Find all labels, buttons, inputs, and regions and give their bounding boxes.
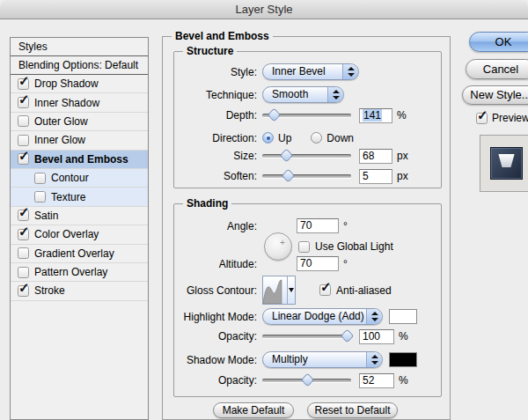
- checkbox-contour[interactable]: [34, 173, 46, 184]
- highlight-opacity-unit: %: [399, 330, 408, 343]
- sidebar-item-label: Stroke: [34, 284, 65, 297]
- sidebar-item-blending-options[interactable]: Blending Options: Default: [11, 56, 148, 75]
- style-preview-thumbnail: [490, 147, 523, 180]
- highlight-mode-label: Highlight Mode:: [175, 311, 257, 323]
- checkbox-outer-glow[interactable]: [18, 115, 29, 127]
- technique-label: Technique:: [175, 89, 257, 101]
- sidebar-item-inner-shadow[interactable]: Inner Shadow: [11, 93, 148, 112]
- depth-field[interactable]: 141: [359, 108, 392, 123]
- shadow-opacity-knob[interactable]: [300, 373, 314, 387]
- soften-row: Soften: 5 px: [175, 168, 440, 184]
- use-global-light-label: Use Global Light: [315, 240, 393, 253]
- style-dropdown[interactable]: Inner Bevel: [262, 63, 359, 80]
- use-global-light-checkbox[interactable]: [298, 241, 310, 253]
- checkbox-satin[interactable]: [18, 210, 29, 221]
- depth-slider-knob[interactable]: [268, 108, 282, 122]
- anti-aliased-checkbox[interactable]: [319, 284, 331, 296]
- preview-checkbox[interactable]: [476, 113, 488, 124]
- depth-slider[interactable]: [262, 109, 351, 122]
- altitude-field[interactable]: 70: [297, 256, 339, 271]
- sidebar-item-bevel-and-emboss[interactable]: Bevel and Emboss: [11, 151, 148, 169]
- highlight-opacity-knob[interactable]: [341, 329, 355, 343]
- shadow-mode-dropdown[interactable]: Multiply: [262, 351, 383, 368]
- checkbox-bevel-and-emboss[interactable]: [18, 153, 29, 165]
- sidebar-item-color-overlay[interactable]: Color Overlay: [11, 225, 148, 244]
- angle-unit: °: [343, 220, 348, 232]
- size-value: 68: [363, 150, 374, 162]
- angle-label: Angle:: [175, 220, 257, 232]
- gloss-contour-row: Gloss Contour: Anti-aliased: [175, 276, 440, 305]
- angle-field[interactable]: 70: [297, 218, 339, 233]
- shadow-mode-value: Multiply: [272, 353, 308, 365]
- sidebar-item-label: Texture: [51, 191, 85, 203]
- sidebar-item-outer-glow[interactable]: Outer Glow: [11, 113, 148, 131]
- highlight-opacity-slider[interactable]: [262, 330, 351, 343]
- checkbox-gradient-overlay[interactable]: [18, 247, 29, 259]
- style-row: Style: Inner Bevel: [175, 63, 440, 80]
- soften-slider[interactable]: [262, 170, 351, 182]
- sidebar-item-gradient-overlay[interactable]: Gradient Overlay: [11, 245, 148, 263]
- new-style-button[interactable]: New Style...: [462, 85, 528, 105]
- technique-dropdown[interactable]: Smooth: [262, 86, 344, 103]
- highlight-mode-dropdown[interactable]: Linear Dodge (Add): [262, 308, 383, 325]
- shadow-opacity-field[interactable]: 52: [359, 373, 394, 388]
- slider-track: [262, 174, 351, 178]
- cancel-button[interactable]: Cancel: [466, 59, 528, 79]
- depth-label: Depth:: [175, 109, 257, 122]
- highlight-color-swatch[interactable]: [389, 309, 417, 324]
- dropdown-arrows-icon: [342, 64, 358, 79]
- size-slider-knob[interactable]: [280, 149, 294, 163]
- dropdown-arrows-icon: [327, 87, 343, 102]
- checkbox-stroke[interactable]: [18, 285, 29, 297]
- technique-value: Smooth: [272, 88, 308, 100]
- direction-label: Direction:: [175, 132, 257, 144]
- gloss-contour-picker[interactable]: [262, 276, 296, 305]
- soften-field[interactable]: 5: [359, 169, 392, 184]
- ok-button[interactable]: OK: [469, 32, 528, 52]
- sidebar-item-inner-glow[interactable]: Inner Glow: [11, 131, 148, 150]
- checkbox-texture[interactable]: [34, 191, 46, 203]
- direction-up-radio[interactable]: [262, 132, 274, 144]
- checkbox-inner-shadow[interactable]: [18, 97, 29, 108]
- shadow-opacity-label: Opacity:: [175, 374, 257, 387]
- checkbox-inner-glow[interactable]: [18, 135, 29, 146]
- shadow-opacity-slider[interactable]: [262, 374, 351, 387]
- make-default-button[interactable]: Make Default: [213, 402, 294, 418]
- sidebar-item-satin[interactable]: Satin: [11, 207, 148, 225]
- window-title: Layer Style: [235, 3, 292, 16]
- contour-curve-icon: [263, 276, 288, 304]
- shadow-opacity-unit: %: [399, 374, 408, 387]
- layer-style-dialog: Layer Style Styles Blending Options: Def…: [0, 0, 528, 420]
- title-bar[interactable]: Layer Style: [0, 0, 528, 19]
- checkbox-drop-shadow[interactable]: [18, 78, 29, 90]
- sidebar-item-label: Inner Glow: [34, 134, 85, 146]
- checkbox-pattern-overlay[interactable]: [18, 267, 29, 278]
- sidebar-item-label: Contour: [51, 172, 89, 184]
- shadow-opacity-value: 52: [363, 374, 374, 387]
- reset-to-default-button[interactable]: Reset to Default: [307, 402, 398, 418]
- soften-value: 5: [363, 170, 369, 182]
- size-slider[interactable]: [262, 150, 351, 162]
- technique-row: Technique: Smooth: [175, 86, 440, 103]
- sidebar-item-texture[interactable]: Texture: [11, 188, 148, 206]
- size-field[interactable]: 68: [359, 149, 392, 164]
- sidebar-item-drop-shadow[interactable]: Drop Shadow: [11, 75, 148, 93]
- sidebar-item-contour[interactable]: Contour: [11, 169, 148, 188]
- panel-title: Bevel and Emboss: [172, 30, 273, 42]
- angle-row: Angle: 70 °: [175, 218, 440, 233]
- sidebar-item-pattern-overlay[interactable]: Pattern Overlay: [11, 263, 148, 282]
- shadow-color-swatch[interactable]: [389, 352, 417, 367]
- highlight-opacity-field[interactable]: 100: [359, 329, 394, 344]
- direction-down-label: Down: [326, 132, 354, 144]
- size-unit: px: [397, 150, 408, 162]
- style-value: Inner Bevel: [272, 65, 326, 77]
- checkbox-color-overlay[interactable]: [18, 229, 29, 240]
- sidebar-item-label: Bevel and Emboss: [34, 153, 128, 166]
- direction-down-radio[interactable]: [311, 132, 322, 144]
- preview-label: Preview: [492, 112, 528, 124]
- sidebar-item-label: Gradient Overlay: [34, 247, 114, 260]
- soften-slider-knob[interactable]: [282, 169, 296, 183]
- size-row: Size: 68 px: [175, 148, 440, 164]
- sidebar-item-stroke[interactable]: Stroke: [11, 282, 148, 300]
- highlight-opacity-row: Opacity: 100 %: [175, 328, 440, 344]
